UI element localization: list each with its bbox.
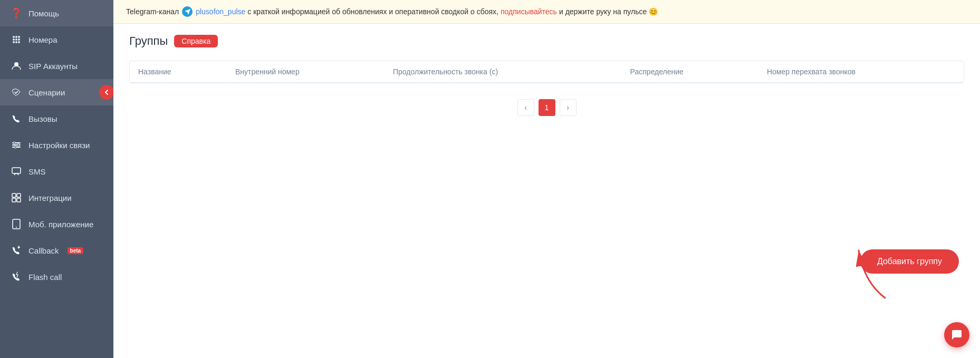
sidebar-item-label: Вызовы [28,114,57,123]
sidebar-item-callback[interactable]: Callback beta [0,237,113,264]
svg-point-2 [18,36,20,38]
sidebar-item-label: Номера [28,35,57,44]
sidebar-item-label: Сценарии [28,88,65,97]
page-title: Группы [129,34,168,48]
svg-point-1 [15,36,17,38]
sidebar: ❓ Помощь Номера SIP Аккаунты [0,0,113,358]
help-icon: ❓ [11,7,22,19]
sidebar-item-label: Callback [28,246,59,255]
sidebar-item-label: Моб. приложение [28,220,93,229]
col-internal: Внутренний номер [227,61,385,83]
svg-point-7 [15,41,17,43]
sidebar-item-label: Помощь [28,9,59,18]
svg-point-5 [18,38,20,41]
pagination-next[interactable]: › [560,99,577,116]
svg-point-4 [15,38,17,41]
svg-point-13 [13,142,15,144]
flashcall-icon [11,271,22,283]
page-content: Группы Справка Название Внутренний номер… [113,24,980,142]
main-content: Telegram-канал plusofon_pulse с краткой … [113,0,980,358]
scenarios-icon [11,86,22,98]
sidebar-item-scenarios[interactable]: Сценарии [0,79,113,105]
channel-link[interactable]: plusofon_pulse [196,7,245,16]
help-button[interactable]: Справка [174,35,218,47]
sms-icon [11,166,22,177]
svg-rect-20 [17,198,21,202]
groups-table: Название Внутренний номер Продолжительно… [130,61,964,83]
sidebar-item-flashcall[interactable]: Flash call [0,264,113,290]
numbers-icon [11,34,22,45]
svg-point-6 [13,41,15,43]
integrations-icon [11,192,22,204]
svg-rect-16 [12,168,21,173]
sidebar-item-label: Настройки связи [28,141,90,150]
svg-point-3 [13,38,15,41]
sidebar-item-help[interactable]: ❓ Помощь [0,0,113,26]
sidebar-item-label: SMS [28,167,46,176]
pagination-prev[interactable]: ‹ [517,99,534,116]
beta-badge: beta [68,247,84,254]
col-name: Название [130,61,227,83]
calls-icon [11,113,22,124]
svg-rect-17 [12,193,16,197]
settings-icon [11,139,22,151]
sidebar-item-label: Интеграции [28,193,72,202]
svg-point-0 [13,36,15,38]
sidebar-item-numbers[interactable]: Номера [0,26,113,53]
collapse-sidebar-button[interactable] [99,85,113,100]
mobile-icon [11,218,22,230]
data-table-container: Название Внутренний номер Продолжительно… [129,61,964,83]
svg-point-22 [16,227,17,228]
col-duration: Продолжительность звонка (с) [385,61,622,83]
pagination: ‹ 1 › [129,99,964,116]
pagination-current[interactable]: 1 [539,99,555,116]
sidebar-item-integrations[interactable]: Интеграции [0,185,113,211]
content-area: Группы Справка Название Внутренний номер… [113,24,980,358]
svg-point-14 [17,144,20,146]
telegram-banner: Telegram-канал plusofon_pulse с краткой … [113,0,980,24]
col-distribution: Распределение [622,61,758,83]
sidebar-item-sip[interactable]: SIP Аккаунты [0,53,113,79]
svg-rect-19 [12,198,16,202]
sidebar-item-mobile[interactable]: Моб. приложение [0,211,113,237]
banner-middle: с краткой информацией об обновлениях и о… [247,7,498,16]
sidebar-item-settings[interactable]: Настройки связи [0,132,113,158]
sidebar-item-sms[interactable]: SMS [0,158,113,185]
arrow-indicator [853,240,917,305]
page-header: Группы Справка [129,34,964,48]
chat-button[interactable] [944,322,969,347]
banner-prefix: Telegram-канал [126,7,179,16]
sidebar-item-calls[interactable]: Вызовы [0,105,113,132]
sidebar-item-label: Flash call [28,273,62,282]
svg-point-15 [14,146,16,148]
col-intercept: Номер перехвата звонков [758,61,964,83]
banner-suffix: и держите руку на пульсе 😊 [559,7,658,16]
subscribe-link[interactable]: подписывайтесь [501,7,557,16]
telegram-icon [182,6,193,17]
sidebar-item-label: SIP Аккаунты [28,62,78,71]
sip-icon [11,60,22,72]
callback-icon [11,245,22,256]
svg-rect-18 [17,193,21,197]
svg-point-8 [18,41,20,43]
